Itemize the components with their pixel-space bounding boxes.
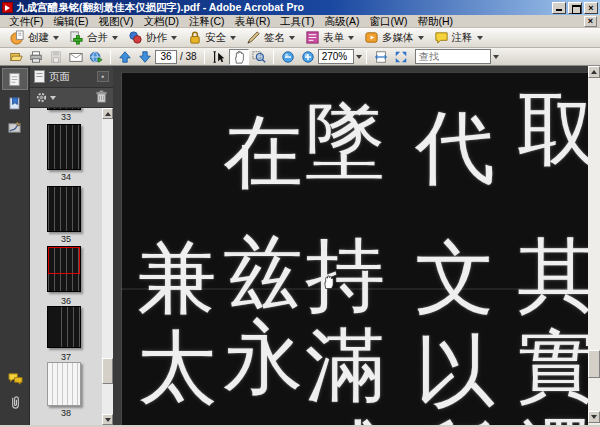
chevron-down-icon[interactable]: [493, 55, 499, 59]
signatures-icon: [7, 120, 22, 135]
paperclip-icon: [8, 395, 23, 410]
thumbnail-list: 33 34 35 36 37 38: [30, 108, 102, 425]
chevron-down-icon: [477, 36, 483, 40]
trash-icon: [95, 90, 108, 103]
hand-tool-cursor: [321, 274, 336, 290]
calligraphy-char: 還: [511, 416, 588, 425]
menu-tools[interactable]: 工具(T): [275, 15, 319, 28]
signatures-panel-button[interactable]: [2, 116, 28, 138]
arrow-up-icon: [591, 70, 597, 74]
globe-icon: [89, 50, 103, 64]
previous-page-button[interactable]: [115, 49, 135, 65]
combine-button[interactable]: 合并: [65, 29, 122, 47]
pages-panel-header: 页面 ▪: [30, 66, 113, 88]
page-number-input[interactable]: [155, 50, 177, 64]
find-input[interactable]: [419, 51, 487, 62]
menu-window[interactable]: 窗口(W): [365, 15, 413, 28]
menu-file[interactable]: 文件(F): [4, 15, 48, 28]
pages-panel: 页面 ▪ 33 34 35: [30, 66, 113, 425]
current-view-indicator[interactable]: [48, 247, 80, 274]
arrow-down-icon: [591, 415, 597, 419]
attachments-panel-button[interactable]: [2, 391, 28, 413]
sign-button[interactable]: 签名: [242, 29, 299, 47]
open-button[interactable]: [6, 49, 26, 65]
multimedia-button[interactable]: 多媒体: [360, 29, 428, 47]
page-total-label: / 38: [180, 51, 197, 62]
pages-panel-toolbar: [30, 88, 113, 108]
zoom-in-button[interactable]: [298, 49, 318, 65]
collaborate-button[interactable]: 协作: [124, 29, 181, 47]
toolbar-separator: [273, 50, 274, 64]
scroll-up-button[interactable]: [102, 108, 113, 119]
menu-bar: 文件(F) 编辑(E) 视图(V) 文档(D) 注释(C) 表单(R) 工具(T…: [0, 15, 600, 28]
scroll-down-button[interactable]: [102, 414, 113, 425]
menu-view[interactable]: 视图(V): [93, 15, 138, 28]
multimedia-label: 多媒体: [382, 31, 414, 45]
delete-pages-button[interactable]: [95, 90, 108, 105]
scrollbar-thumb[interactable]: [102, 358, 113, 384]
restore-button[interactable]: [568, 2, 582, 14]
scrollbar-thumb[interactable]: [588, 350, 600, 378]
comment-label: 注释: [452, 31, 473, 45]
create-icon: [10, 30, 25, 45]
fit-width-button[interactable]: [371, 49, 391, 65]
save-button[interactable]: [46, 49, 66, 65]
menu-document[interactable]: 文档(D): [138, 15, 184, 28]
page-thumbnail-35[interactable]: [47, 186, 81, 232]
page-thumbnail-38[interactable]: [47, 362, 81, 406]
page-thumbnail-33[interactable]: [47, 108, 81, 110]
print-button[interactable]: [26, 49, 46, 65]
printer-icon: [29, 50, 43, 64]
forms-label: 表单: [323, 31, 344, 45]
scroll-up-button[interactable]: [588, 66, 600, 78]
page-options-button[interactable]: [35, 91, 56, 104]
calligraphy-char: 兼: [131, 238, 223, 318]
zoom-level-combo[interactable]: 270%: [318, 49, 354, 64]
panel-scrollbar[interactable]: [102, 108, 113, 425]
menu-edit[interactable]: 编辑(E): [48, 15, 93, 28]
page-thumbnail-37[interactable]: [47, 306, 81, 348]
marquee-zoom-button[interactable]: [249, 49, 269, 65]
upload-web-button[interactable]: [86, 49, 106, 65]
pages-panel-button[interactable]: [2, 68, 28, 90]
chevron-down-icon[interactable]: [356, 55, 362, 59]
sign-label: 签名: [264, 31, 285, 45]
create-button[interactable]: 创建: [6, 29, 63, 47]
arrow-down-icon: [138, 50, 152, 64]
hand-tool-button[interactable]: [229, 49, 249, 65]
navigation-icon-strip: [0, 66, 30, 425]
email-button[interactable]: [66, 49, 86, 65]
menu-comments[interactable]: 注释(C): [184, 15, 230, 28]
comments-panel-button[interactable]: [2, 367, 28, 389]
scroll-down-button[interactable]: [588, 411, 600, 423]
page-thumbnail-36-current[interactable]: [47, 246, 81, 292]
document-view[interactable]: 取 其 實 還 代 文 以 所 墜 持 滿 戒 在 兹 永 兼 太: [113, 66, 588, 425]
minimize-button[interactable]: [552, 2, 566, 14]
document-scrollbar[interactable]: [588, 66, 600, 425]
bookmarks-panel-button[interactable]: [2, 92, 28, 114]
forms-button[interactable]: 表单: [301, 29, 358, 47]
bookmarks-icon: [7, 96, 22, 111]
collaborate-label: 协作: [146, 31, 167, 45]
panel-options-button[interactable]: ▪: [97, 71, 109, 82]
calligraphy-char: 實: [511, 326, 588, 406]
open-folder-icon: [9, 50, 23, 64]
document-close-button[interactable]: ×: [584, 16, 597, 27]
fit-width-icon: [374, 50, 388, 64]
menu-help[interactable]: 帮助(H): [412, 15, 458, 28]
next-page-button[interactable]: [135, 49, 155, 65]
find-box[interactable]: [415, 49, 491, 64]
thumbnail-label-35: 35: [30, 234, 102, 244]
close-button[interactable]: ×: [584, 2, 598, 14]
calligraphy-char: 墜: [299, 102, 391, 182]
zoom-out-button[interactable]: [278, 49, 298, 65]
page-thumbnail-34[interactable]: [47, 124, 81, 170]
zoom-out-icon: [281, 50, 295, 64]
chevron-down-icon: [230, 36, 236, 40]
fit-page-button[interactable]: [391, 49, 411, 65]
menu-forms[interactable]: 表单(R): [230, 15, 276, 28]
comment-button[interactable]: 注释: [430, 29, 487, 47]
secure-button[interactable]: 安全: [183, 29, 240, 47]
menu-advanced[interactable]: 高级(A): [320, 15, 365, 28]
select-tool-button[interactable]: [209, 49, 229, 65]
